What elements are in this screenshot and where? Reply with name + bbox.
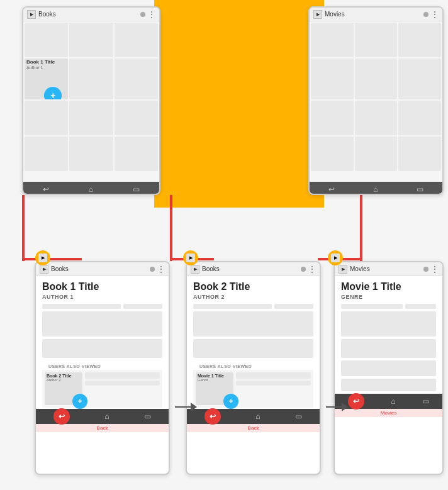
statusbar-right-bottom-left: ⋮ (150, 265, 165, 274)
red-line-left-h (22, 258, 82, 260)
tr-cell-2-0 (311, 101, 354, 135)
statusbar-right-bottom-right: ⋮ (423, 265, 439, 274)
fab-blue-top[interactable]: + (44, 87, 62, 99)
app-icon-books-bottom-left: ▶ (40, 265, 48, 274)
users-also-viewed-left: USERS ALSO VIEWED (42, 362, 162, 370)
statusbar-left-top-left: ▶ Books (27, 10, 56, 19)
tr-cell-1-1 (355, 58, 398, 99)
content-top-left: Book 1 Title Author 1 + (23, 21, 159, 182)
grid-cell-0-2 (115, 23, 158, 57)
fab-red-bottom-left[interactable]: ↩ (53, 408, 70, 425)
ph-row-right-2 (341, 311, 436, 337)
detail-author-book1: AUTHOR 1 (42, 294, 162, 300)
tr-cell-2-1 (355, 101, 398, 135)
grid-top-right (310, 21, 442, 172)
phone-bottom-right: ▶ Movies ⋮ Movie 1 Title GENRE (333, 261, 444, 475)
content-top-right (310, 21, 442, 182)
ph-also-left-1 (85, 372, 160, 379)
fab-blue-bottom-mid[interactable]: + (223, 394, 238, 409)
tr-cell-1-2 (398, 58, 441, 99)
status-dot-top-right (423, 12, 428, 17)
ph-row-right-1 (341, 304, 436, 309)
ph-row-2 (42, 311, 162, 337)
nav-recent-bottom-mid[interactable]: ▭ (295, 412, 302, 421)
menu-icon-top-left: ⋮ (148, 10, 155, 19)
nav-back-top-right[interactable]: ↩ (328, 185, 335, 194)
ph-row-right-5 (341, 379, 436, 391)
detail-phs-book1 (42, 304, 162, 358)
nav-home-top-right[interactable]: ⌂ (373, 185, 378, 194)
nav-home-bottom-mid[interactable]: ⌂ (255, 412, 260, 421)
nav-recent-bottom-right[interactable]: ▭ (422, 397, 429, 406)
detail-content-bottom-left: Book 1 Title AUTHOR 1 (36, 276, 169, 360)
ph-block-mid-1-2 (274, 304, 313, 309)
also-viewed-row-left: Book 2 Title Author 2 + (42, 370, 162, 408)
fab-red-bottom-right[interactable]: ↩ (348, 393, 364, 409)
ph-block-right-2 (341, 311, 436, 337)
menu-icon-bottom-left: ⋮ (157, 265, 165, 274)
menu-icon-top-right: ⋮ (431, 10, 439, 19)
app-icon-books-bottom-mid: ▶ (191, 265, 199, 274)
grid-cell-highlight: Book 1 Title Author 1 + (25, 58, 68, 99)
fab-blue-bottom-left[interactable]: + (72, 394, 87, 409)
ph-row-mid-3 (193, 339, 313, 358)
ph-block-mid-1-1 (193, 304, 272, 309)
tr-cell-0-2 (398, 23, 441, 57)
ph-row-mid-1 (193, 304, 313, 309)
also-viewed-phs-left (85, 372, 160, 405)
nav-recent-bottom-left[interactable]: ▭ (144, 412, 151, 421)
statusbar-right-top-left: ⋮ (140, 10, 155, 19)
ph-block-right-5 (341, 379, 436, 391)
statusbar-left-bottom-mid: ▶ Books (191, 265, 220, 274)
statusbar-top-right: ▶ Movies ⋮ (310, 8, 442, 21)
ph-row-3 (42, 339, 162, 358)
status-dot-bottom-right (423, 267, 428, 272)
grid-top-left: Book 1 Title Author 1 + (23, 21, 159, 172)
nav-back-top-left[interactable]: ↩ (43, 185, 49, 194)
arrow-left-mid (175, 403, 197, 411)
grid-cell-2-0 (25, 101, 68, 135)
statusbar-bottom-mid: ▶ Books ⋮ (187, 262, 320, 276)
tr-cell-1-0 (311, 58, 354, 99)
tr-cell-2-2 (398, 101, 441, 135)
yellow-circle-inner-2: ▶ (186, 253, 195, 262)
detail-title-movie1: Movie 1 Title (341, 281, 436, 292)
ph-block-right-1-1 (341, 304, 403, 309)
phone-top-left: ▶ Books ⋮ Book 1 Title Author 1 + (22, 6, 160, 195)
back-label-bottom-right: Movies (335, 409, 442, 417)
grid-cell-0-0 (25, 23, 68, 57)
grid-cell-3-1 (69, 136, 113, 171)
also-viewed-title-left: Book 2 Title (45, 372, 82, 378)
nav-recent-top-left[interactable]: ▭ (133, 185, 140, 194)
back-label-bottom-left: Back (36, 424, 169, 432)
ph-row-right-4 (341, 360, 436, 376)
status-dot-bottom-left (150, 267, 155, 272)
nav-home-bottom-left[interactable]: ⌂ (104, 412, 109, 421)
orange-bg-top (154, 0, 324, 208)
ph-block-1-2 (123, 304, 162, 309)
fab-red-bottom-mid[interactable]: ↩ (204, 408, 221, 425)
detail-author-movie1: GENRE (341, 294, 436, 300)
also-viewed-author-mid: Genre (196, 378, 233, 382)
grid-cell-1-2 (115, 58, 158, 99)
also-viewed-cell-mid: Movie 1 Title Genre + (196, 372, 233, 405)
grid-cell-1-1 (69, 58, 113, 99)
tr-cell-3-1 (355, 136, 398, 171)
yellow-circle-1: ▶ (35, 250, 50, 265)
nav-home-bottom-right[interactable]: ⌂ (391, 397, 395, 406)
statusbar-left-top-right: ▶ Movies (313, 10, 345, 19)
grid-cell-3-0 (25, 136, 68, 171)
also-viewed-author-left: Author 2 (45, 378, 82, 382)
ph-row-mid-2 (193, 311, 313, 337)
nav-recent-top-right[interactable]: ▭ (417, 185, 423, 194)
detail-title-book1: Book 1 Title (42, 281, 162, 292)
statusbar-bottom-left: ▶ Books ⋮ (36, 262, 169, 276)
app-icon-movies-top: ▶ (313, 10, 322, 19)
nav-home-top-left[interactable]: ⌂ (89, 185, 93, 194)
ph-also-mid-2 (236, 381, 311, 386)
yellow-circle-2: ▶ (183, 250, 198, 265)
highlight-title: Book 1 Title (25, 58, 68, 65)
statusbar-right-bottom-mid: ⋮ (301, 265, 316, 274)
ph-row-right-3 (341, 339, 436, 358)
app-name-bottom-left: Books (51, 265, 69, 272)
